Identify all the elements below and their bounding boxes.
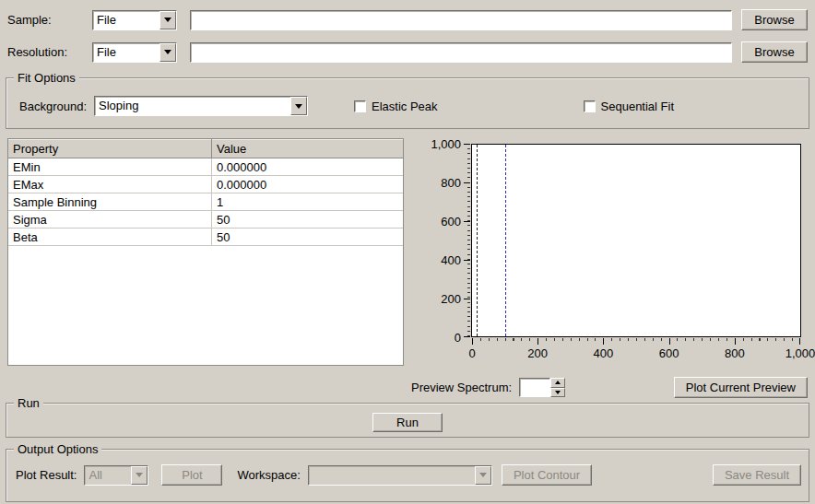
- property-cell: Beta: [8, 229, 212, 245]
- run-row: Run: [6, 404, 809, 432]
- resolution-label: Resolution:: [7, 45, 87, 59]
- y-axis-ticks: [464, 144, 470, 337]
- spin-up-button[interactable]: [550, 378, 565, 388]
- preview-spectrum-label: Preview Spectrum:: [411, 381, 512, 394]
- preview-plot: [471, 144, 801, 337]
- x-major-tick: [669, 338, 670, 345]
- plot-button[interactable]: Plot: [161, 464, 222, 486]
- spinner-buttons: [550, 378, 565, 397]
- x-tick-label: 800: [725, 346, 745, 360]
- chevron-down-icon: [479, 473, 487, 477]
- resolution-browse-button[interactable]: Browse: [741, 41, 808, 63]
- x-major-tick: [537, 338, 538, 345]
- workspace-combo[interactable]: [308, 465, 492, 486]
- background-combo[interactable]: Sloping: [94, 96, 308, 116]
- value-cell[interactable]: 0.000000: [212, 176, 403, 193]
- plot-contour-button[interactable]: Plot Contour: [502, 464, 592, 486]
- sequential-fit-label: Sequential Fit: [601, 100, 675, 113]
- property-table: Property Value EMin 0.000000 EMax 0.0000…: [7, 138, 404, 366]
- plot-result-combo[interactable]: All: [84, 465, 148, 486]
- preview-spectrum-input[interactable]: [519, 378, 550, 397]
- y-tick-label: 800: [441, 176, 461, 190]
- property-cell: Sample Binning: [8, 193, 212, 210]
- table-row[interactable]: Sigma 50: [8, 211, 403, 229]
- property-cell: EMax: [8, 176, 212, 193]
- preview-spectrum-row: Preview Spectrum: Plot Current Preview: [411, 377, 808, 398]
- table-row[interactable]: Beta 50: [8, 229, 403, 246]
- y-minor-ticks: [467, 144, 470, 337]
- table-row[interactable]: EMin 0.000000: [8, 158, 403, 176]
- property-cell: EMin: [8, 158, 212, 175]
- plot-current-preview-button[interactable]: Plot Current Preview: [674, 377, 808, 398]
- spin-down-button[interactable]: [550, 388, 565, 398]
- fit-options-title: Fit Options: [14, 71, 79, 85]
- chevron-down-icon: [136, 473, 143, 477]
- elastic-peak-checkbox[interactable]: [354, 100, 366, 112]
- sample-path-input[interactable]: [190, 10, 732, 30]
- elastic-peak-checkbox-group[interactable]: Elastic Peak: [354, 100, 438, 113]
- property-cell: Sigma: [8, 211, 212, 228]
- resolution-type-value: File: [93, 43, 159, 62]
- x-tick-label: 400: [594, 346, 614, 360]
- y-tick-label: 600: [441, 215, 461, 229]
- resolution-type-combo[interactable]: File: [92, 42, 177, 63]
- elastic-peak-label: Elastic Peak: [372, 100, 438, 113]
- x-minor-ticks: [472, 338, 800, 341]
- sample-type-value: File: [93, 11, 159, 29]
- sample-row: Sample: File Browse: [7, 9, 808, 30]
- workspace-dropdown-button[interactable]: [475, 466, 491, 485]
- y-tick-label: 0: [455, 331, 461, 345]
- resolution-row: Resolution: File Browse: [7, 41, 808, 63]
- plot-result-value: All: [85, 466, 131, 485]
- x-tick-label: 1,000: [785, 346, 815, 360]
- property-table-header: Property Value: [8, 139, 403, 158]
- value-cell[interactable]: 50: [212, 229, 403, 245]
- background-label: Background:: [19, 100, 87, 113]
- sequential-fit-checkbox[interactable]: [584, 100, 596, 112]
- sample-type-dropdown-button[interactable]: [159, 11, 176, 29]
- range-selector-max-line[interactable]: [505, 145, 506, 336]
- x-major-tick: [735, 338, 736, 345]
- sample-type-combo[interactable]: File: [92, 10, 177, 30]
- background-value: Sloping: [95, 97, 290, 115]
- background-dropdown-button[interactable]: [290, 97, 307, 115]
- workspace-value: [309, 466, 475, 485]
- range-selector-min-line[interactable]: [477, 145, 478, 336]
- fit-options-group: Fit Options Background: Sloping Elastic …: [6, 77, 809, 129]
- fit-options-row: Background: Sloping Elastic Peak Sequent…: [6, 78, 809, 128]
- save-result-button[interactable]: Save Result: [713, 464, 801, 486]
- sample-browse-button[interactable]: Browse: [741, 9, 808, 30]
- preview-spectrum-spinner[interactable]: [519, 378, 565, 397]
- value-cell[interactable]: 50: [212, 211, 403, 228]
- preview-column: 1,000 800 600 400 200 0: [411, 138, 808, 398]
- run-group: Run Run: [6, 403, 809, 438]
- sequential-fit-checkbox-group[interactable]: Sequential Fit: [584, 100, 675, 113]
- x-major-tick: [799, 338, 800, 345]
- preview-plot-panel: 1,000 800 600 400 200 0: [411, 138, 808, 366]
- output-options-group: Output Options Plot Result: All Plot Wor…: [6, 449, 809, 502]
- table-row[interactable]: EMax 0.000000: [8, 176, 403, 193]
- y-tick-label: 400: [441, 253, 461, 267]
- value-cell[interactable]: 0.000000: [212, 158, 403, 175]
- table-row[interactable]: Sample Binning 1: [8, 193, 403, 211]
- value-cell[interactable]: 1: [212, 193, 403, 210]
- y-major-tick: [464, 260, 470, 261]
- plot-result-label: Plot Result:: [16, 468, 77, 482]
- output-options-row: Plot Result: All Plot Workspace: Plot Co…: [6, 450, 809, 486]
- x-axis-ticks: [472, 338, 800, 345]
- run-button[interactable]: Run: [372, 413, 443, 432]
- y-major-tick: [464, 336, 470, 337]
- chevron-down-icon: [164, 18, 171, 22]
- x-tick-label: 200: [527, 346, 548, 360]
- plot-result-dropdown-button[interactable]: [131, 466, 148, 485]
- resolution-type-dropdown-button[interactable]: [159, 43, 176, 62]
- x-tick-label: 0: [468, 346, 475, 360]
- y-major-tick: [464, 144, 470, 145]
- column-header-property[interactable]: Property: [8, 139, 212, 158]
- y-major-tick: [464, 221, 470, 222]
- column-header-value[interactable]: Value: [212, 139, 403, 158]
- output-options-title: Output Options: [14, 442, 101, 456]
- resolution-path-input[interactable]: [190, 42, 732, 63]
- x-major-tick: [472, 338, 473, 345]
- main-area: Property Value EMin 0.000000 EMax 0.0000…: [7, 138, 808, 397]
